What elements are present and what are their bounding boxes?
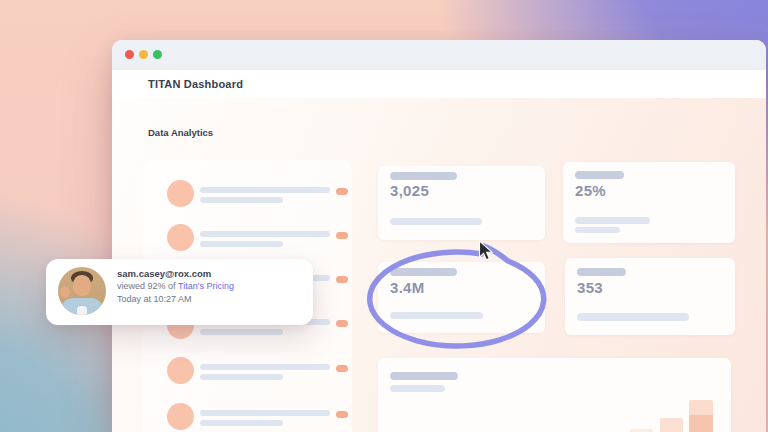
notification-email: sam.casey@rox.com <box>117 267 234 280</box>
maximize-window-button[interactable] <box>153 50 162 59</box>
text-skeleton <box>390 218 482 225</box>
notification-timestamp: Today at 10:27 AM <box>117 293 234 306</box>
text-skeleton <box>200 231 330 237</box>
label-skeleton <box>390 268 457 276</box>
tag-skeleton <box>336 365 348 372</box>
section-title: Data Analytics <box>148 127 213 138</box>
list-item[interactable] <box>143 180 352 208</box>
label-skeleton <box>575 171 624 179</box>
text-skeleton <box>200 329 283 335</box>
tag-skeleton <box>336 276 348 283</box>
tag-skeleton <box>336 320 348 327</box>
list-item[interactable] <box>143 224 352 252</box>
stat-value: 353 <box>577 279 603 296</box>
stat-card[interactable]: 3,025 <box>378 166 545 240</box>
list-item[interactable] <box>143 357 352 385</box>
tag-skeleton <box>336 411 348 418</box>
close-window-button[interactable] <box>125 50 134 59</box>
bar-chart-skeleton <box>689 400 713 432</box>
avatar-placeholder <box>167 224 194 251</box>
app-title: TITAN Dashboard <box>148 70 243 98</box>
tag-skeleton <box>336 232 348 239</box>
tag-skeleton <box>336 188 348 195</box>
text-skeleton <box>575 227 620 233</box>
notification-message-prefix: viewed 92% of <box>117 281 178 291</box>
avatar-face <box>73 275 91 296</box>
text-skeleton <box>200 374 283 380</box>
window-titlebar <box>112 40 766 70</box>
stat-card[interactable]: 353 <box>565 258 735 335</box>
stat-card[interactable]: 25% <box>563 162 735 243</box>
bar-chart-skeleton <box>660 418 683 432</box>
label-skeleton <box>577 268 626 276</box>
avatar-hand <box>60 286 70 298</box>
text-skeleton <box>200 187 330 193</box>
avatar-placeholder <box>167 180 194 207</box>
list-item[interactable] <box>143 403 352 431</box>
chart-card[interactable] <box>378 358 731 432</box>
text-skeleton <box>577 313 689 321</box>
avatar-tshirt <box>77 306 87 315</box>
notification-message: viewed 92% of Titan's Pricing <box>117 280 234 293</box>
avatar-placeholder <box>167 403 194 430</box>
stat-value: 3,025 <box>390 182 429 199</box>
text-skeleton <box>200 364 330 370</box>
app-header: TITAN Dashboard <box>112 70 766 99</box>
stat-value: 3.4M <box>390 279 425 296</box>
activity-notification-card[interactable]: sam.casey@rox.com viewed 92% of Titan's … <box>46 259 313 325</box>
label-skeleton <box>390 172 457 180</box>
marketing-background: TITAN Dashboard Data Analytics 3,025 25% <box>0 0 768 432</box>
label-skeleton <box>390 372 458 380</box>
text-skeleton <box>575 217 650 224</box>
text-skeleton <box>390 312 483 319</box>
pricing-link[interactable]: Titan's Pricing <box>178 281 234 291</box>
stat-value: 25% <box>575 182 606 199</box>
text-skeleton <box>200 410 330 416</box>
text-skeleton <box>200 197 283 203</box>
text-skeleton <box>200 420 283 426</box>
avatar-placeholder <box>167 357 194 384</box>
text-skeleton <box>200 241 283 247</box>
minimize-window-button[interactable] <box>139 50 148 59</box>
stat-card-highlighted[interactable]: 3.4M <box>378 262 545 333</box>
user-avatar <box>58 267 106 315</box>
notification-text: sam.casey@rox.com viewed 92% of Titan's … <box>117 267 234 306</box>
text-skeleton <box>390 385 445 392</box>
browser-window: TITAN Dashboard Data Analytics 3,025 25% <box>112 40 766 432</box>
